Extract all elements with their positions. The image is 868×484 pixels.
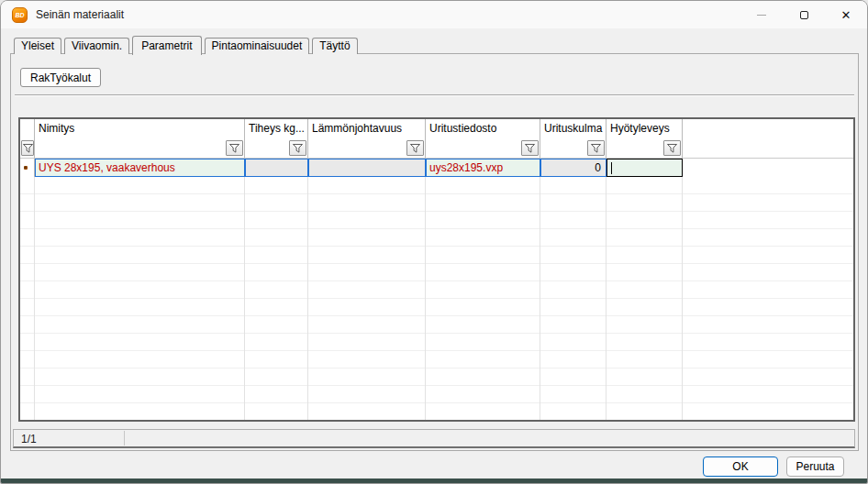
window-title: Seinän materiaalit bbox=[36, 8, 124, 21]
grid-column-line bbox=[606, 177, 606, 420]
column-header-uritustiedosto[interactable]: Uritustiedosto bbox=[426, 119, 540, 138]
close-button[interactable]: ✕ bbox=[825, 1, 867, 28]
filter-cell-filler bbox=[683, 138, 853, 159]
filter-funnel-button[interactable] bbox=[21, 140, 34, 156]
filter-cell-lammonjohtavuus bbox=[308, 138, 426, 159]
minimize-button[interactable] bbox=[740, 1, 783, 28]
funnel-icon bbox=[667, 144, 677, 153]
dialog-window: BD Seinän materiaalit ✕ Yleiset Viivaomi… bbox=[0, 0, 868, 484]
column-header-lammonjohtavuus[interactable]: Lämmönjohtavuus bbox=[308, 119, 426, 138]
tab-yleiset[interactable]: Yleiset bbox=[14, 38, 61, 54]
tab-taytto[interactable]: Täyttö bbox=[312, 38, 357, 54]
table-row: UYS 28x195, vaakaverhous uys28x195.vxp 0 bbox=[20, 159, 853, 177]
tab-bar: Yleiset Viivaomin. Parametrit Pintaomina… bbox=[14, 38, 361, 54]
grid-column-line bbox=[425, 177, 426, 420]
text-caret bbox=[611, 162, 612, 174]
filter-cell-selector bbox=[20, 138, 35, 159]
grid-column-line bbox=[307, 177, 308, 420]
cell-uritustiedosto[interactable]: uys28x195.vxp bbox=[426, 159, 540, 177]
cell-hyotyleveys-editing[interactable] bbox=[606, 159, 683, 177]
grid-header-row: Nimitys Tiheys kg... Lämmönjohtavuus Uri… bbox=[20, 119, 853, 138]
funnel-icon bbox=[591, 144, 601, 153]
maximize-icon bbox=[800, 11, 808, 19]
status-bar: 1/1 bbox=[13, 429, 855, 448]
tab-pintaominaisuudet[interactable]: Pintaominaisuudet bbox=[205, 38, 310, 54]
filter-cell-urituskulma bbox=[540, 138, 606, 159]
rak-tyokalut-button[interactable]: RakTyökalut bbox=[20, 68, 101, 87]
close-icon: ✕ bbox=[841, 9, 851, 21]
row-filler-cell bbox=[683, 159, 853, 177]
grid-column-line bbox=[244, 177, 245, 420]
column-header-nimitys[interactable]: Nimitys bbox=[35, 119, 245, 138]
filter-cell-uritustiedosto bbox=[426, 138, 540, 159]
funnel-icon bbox=[410, 144, 420, 153]
column-header-filler bbox=[683, 119, 853, 138]
column-header-urituskulma[interactable]: Urituskulma bbox=[540, 119, 606, 138]
funnel-icon bbox=[23, 144, 33, 153]
tab-viivaomin[interactable]: Viivaomin. bbox=[64, 38, 129, 54]
tab-parametrit[interactable]: Parametrit bbox=[132, 36, 201, 55]
app-logo-text: BD bbox=[15, 12, 24, 18]
filter-funnel-button[interactable] bbox=[226, 140, 243, 156]
cell-nimitys-text: UYS 28x195, vaakaverhous bbox=[39, 161, 175, 174]
row-indicator-cell[interactable] bbox=[20, 159, 35, 177]
minimize-icon bbox=[757, 15, 766, 16]
filter-cell-tiheys bbox=[245, 138, 308, 159]
materials-grid: Nimitys Tiheys kg... Lämmönjohtavuus Uri… bbox=[18, 117, 855, 422]
column-header-tiheys[interactable]: Tiheys kg... bbox=[245, 119, 308, 138]
grid-column-line bbox=[682, 177, 683, 420]
cancel-button[interactable]: Peruuta bbox=[786, 456, 844, 477]
title-bar[interactable]: BD Seinän materiaalit ✕ bbox=[1, 1, 867, 28]
status-bar-divider bbox=[124, 431, 125, 446]
filter-cell-hyotyleveys bbox=[606, 138, 683, 159]
window-controls: ✕ bbox=[740, 1, 867, 28]
cell-tiheys[interactable] bbox=[245, 159, 308, 177]
row-selector-header bbox=[20, 119, 35, 138]
grid-empty-area[interactable] bbox=[20, 177, 853, 420]
filter-funnel-button[interactable] bbox=[587, 140, 605, 156]
filter-funnel-button[interactable] bbox=[406, 140, 424, 156]
cell-nimitys[interactable]: UYS 28x195, vaakaverhous bbox=[35, 159, 245, 177]
grid-filter-row bbox=[20, 138, 853, 159]
edit-dot-icon bbox=[24, 166, 28, 170]
cell-uritustiedosto-text: uys28x195.vxp bbox=[429, 161, 503, 174]
separator-line bbox=[15, 94, 854, 96]
tab-page-parametrit: RakTyökalut Nimitys Tiheys kg... Lämmönj… bbox=[10, 53, 859, 451]
funnel-icon bbox=[229, 144, 239, 153]
ok-button[interactable]: OK bbox=[703, 456, 778, 477]
maximize-button[interactable] bbox=[783, 1, 825, 28]
grid-column-line bbox=[540, 177, 540, 420]
filter-funnel-button[interactable] bbox=[521, 140, 539, 156]
cell-lammonjohtavuus[interactable] bbox=[308, 159, 426, 177]
column-header-hyotyleveys[interactable]: Hyötyleveys bbox=[606, 119, 683, 138]
filter-funnel-button[interactable] bbox=[663, 140, 681, 156]
row-count-indicator: 1/1 bbox=[21, 433, 37, 446]
bottom-edge-strip bbox=[1, 478, 867, 483]
cell-urituskulma[interactable]: 0 bbox=[540, 159, 606, 177]
filter-funnel-button[interactable] bbox=[289, 140, 306, 156]
grid-column-line bbox=[34, 177, 35, 420]
funnel-icon bbox=[293, 144, 303, 153]
funnel-icon bbox=[525, 144, 535, 153]
app-logo-icon: BD bbox=[12, 7, 28, 23]
filter-cell-nimitys bbox=[35, 138, 245, 159]
